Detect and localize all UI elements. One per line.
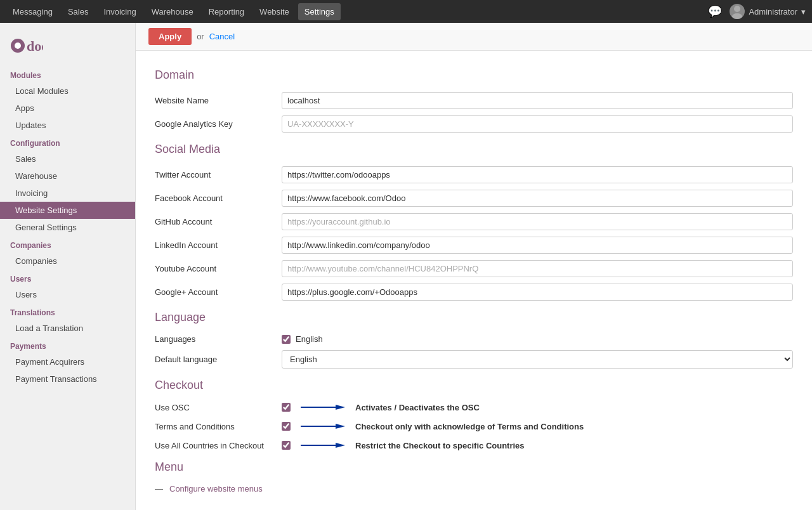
- countries-row: Use All Countries in Checkout Restrict t…: [155, 440, 793, 450]
- sidebar: doo Modules Local Modules Apps Updates C…: [0, 23, 136, 510]
- facebook-input[interactable]: [282, 190, 793, 207]
- youtube-input[interactable]: [282, 260, 793, 277]
- youtube-row: Youtube Account: [155, 260, 793, 277]
- website-name-input[interactable]: [282, 92, 793, 109]
- facebook-field: [282, 190, 793, 207]
- layout: doo Modules Local Modules Apps Updates C…: [0, 23, 812, 510]
- googleplus-row: Google+ Account: [155, 284, 793, 301]
- analytics-key-input[interactable]: [282, 115, 793, 133]
- section-users: Users: [0, 270, 135, 286]
- odoo-logo-svg: doo: [10, 33, 43, 58]
- avatar: [730, 4, 745, 19]
- menu-section: Menu — Configure website menus: [155, 461, 793, 494]
- default-language-row: Default language English French German S…: [155, 350, 793, 369]
- github-input[interactable]: [282, 213, 793, 230]
- action-bar: Apply or Cancel: [136, 23, 812, 51]
- sidebar-item-apps[interactable]: Apps: [0, 100, 135, 117]
- menu-title: Menu: [155, 461, 793, 474]
- sidebar-item-warehouse[interactable]: Warehouse: [0, 167, 135, 185]
- linkedin-input[interactable]: [282, 237, 793, 254]
- sidebar-item-companies[interactable]: Companies: [0, 252, 135, 270]
- section-companies: Companies: [0, 236, 135, 252]
- language-section: Language Languages English Default langu…: [155, 311, 793, 369]
- sidebar-item-load-translation[interactable]: Load a Translation: [0, 320, 135, 337]
- section-payments: Payments: [0, 337, 135, 353]
- nav-sales[interactable]: Sales: [62, 3, 95, 20]
- svg-point-0: [734, 6, 740, 12]
- odoo-logo: doo: [10, 33, 43, 58]
- sidebar-item-payment-acquirers[interactable]: Payment Acquirers: [0, 353, 135, 370]
- countries-desc: Restrict the Checkout to specific Countr…: [355, 441, 525, 450]
- terms-desc: Checkout only with acknowledge of Terms …: [355, 422, 584, 431]
- sidebar-item-sales[interactable]: Sales: [0, 150, 135, 167]
- github-row: GitHub Account: [155, 213, 793, 230]
- apply-button[interactable]: Apply: [148, 28, 192, 45]
- languages-row: Languages English: [155, 334, 793, 344]
- english-checkbox[interactable]: [282, 335, 291, 344]
- twitter-input[interactable]: [282, 166, 793, 183]
- domain-section: Domain Website Name Google Analytics Key: [155, 69, 793, 133]
- section-translations: Translations: [0, 303, 135, 320]
- sidebar-item-updates[interactable]: Updates: [0, 117, 135, 134]
- github-field: [282, 213, 793, 230]
- use-osc-row: Use OSC Activates / Deactivates the OSC: [155, 402, 793, 412]
- social-title: Social Media: [155, 143, 793, 156]
- nav-warehouse[interactable]: Warehouse: [145, 3, 200, 20]
- use-osc-label: Use OSC: [155, 403, 282, 412]
- domain-title: Domain: [155, 69, 793, 82]
- default-language-select[interactable]: English French German Spanish: [282, 350, 793, 369]
- osc-arrow: [301, 402, 345, 412]
- section-configuration: Configuration: [0, 134, 135, 150]
- sidebar-item-payment-transactions[interactable]: Payment Transactions: [0, 370, 135, 388]
- svg-marker-8: [336, 424, 345, 429]
- linkedin-row: LinkedIn Account: [155, 237, 793, 254]
- terms-label: Terms and Conditions: [155, 422, 282, 431]
- sidebar-item-users[interactable]: Users: [0, 286, 135, 303]
- svg-marker-6: [336, 405, 345, 410]
- facebook-label: Facebook Account: [155, 193, 282, 203]
- nav-settings[interactable]: Settings: [298, 3, 341, 20]
- admin-dropdown-icon[interactable]: ▾: [801, 7, 806, 16]
- cancel-button[interactable]: Cancel: [209, 32, 235, 41]
- terms-checkbox[interactable]: [282, 422, 291, 431]
- svg-text:doo: doo: [27, 38, 43, 54]
- social-section: Social Media Twitter Account Facebook Ac…: [155, 143, 793, 301]
- sidebar-item-local-modules[interactable]: Local Modules: [0, 82, 135, 100]
- use-osc-desc: Activates / Deactivates the OSC: [355, 403, 480, 412]
- nav-reporting[interactable]: Reporting: [202, 3, 251, 20]
- chat-icon[interactable]: 💬: [708, 4, 722, 18]
- twitter-field: [282, 166, 793, 183]
- sidebar-item-invoicing[interactable]: Invoicing: [0, 185, 135, 202]
- languages-field: English: [282, 334, 793, 344]
- admin-badge[interactable]: Administrator ▾: [730, 4, 806, 19]
- twitter-row: Twitter Account: [155, 166, 793, 183]
- language-checkbox-row: English: [282, 334, 793, 344]
- countries-checkbox[interactable]: [282, 441, 291, 450]
- nav-website[interactable]: Website: [253, 3, 296, 20]
- svg-marker-10: [336, 443, 345, 448]
- nav-invoicing[interactable]: Invoicing: [97, 3, 142, 20]
- website-name-field: [282, 92, 793, 109]
- googleplus-input[interactable]: [282, 284, 793, 301]
- linkedin-label: LinkedIn Account: [155, 240, 282, 250]
- countries-checkbox-wrap: [282, 441, 291, 450]
- terms-checkbox-wrap: [282, 422, 291, 431]
- terms-arrow: [301, 421, 345, 431]
- googleplus-label: Google+ Account: [155, 287, 282, 297]
- form-body: Domain Website Name Google Analytics Key…: [136, 51, 812, 506]
- website-name-label: Website Name: [155, 96, 282, 105]
- twitter-label: Twitter Account: [155, 170, 282, 180]
- nav-messaging[interactable]: Messaging: [6, 3, 59, 20]
- use-osc-checkbox[interactable]: [282, 403, 291, 412]
- github-label: GitHub Account: [155, 217, 282, 226]
- menu-link-row: — Configure website menus: [155, 484, 793, 494]
- configure-menus-link[interactable]: Configure website menus: [169, 484, 263, 494]
- sidebar-item-general-settings[interactable]: General Settings: [0, 219, 135, 236]
- analytics-key-label: Google Analytics Key: [155, 119, 282, 129]
- language-title: Language: [155, 311, 793, 324]
- linkedin-field: [282, 237, 793, 254]
- sidebar-item-website-settings[interactable]: Website Settings: [0, 202, 135, 219]
- main-content: Apply or Cancel Domain Website Name Goog…: [136, 23, 812, 510]
- section-modules: Modules: [0, 66, 135, 82]
- youtube-label: Youtube Account: [155, 264, 282, 273]
